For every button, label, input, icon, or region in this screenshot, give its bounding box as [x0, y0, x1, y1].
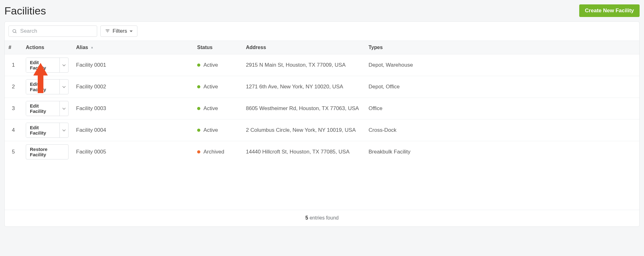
edit-facility-button[interactable]: Edit Facility — [26, 101, 59, 116]
chevron-down-icon — [63, 85, 66, 88]
search-input[interactable] — [19, 28, 94, 35]
table-row: 4Edit FacilityFacility 0004Active2 Colum… — [5, 120, 639, 141]
types-cell: Depot, Warehouse — [365, 54, 639, 76]
edit-facility-dropdown-toggle[interactable] — [59, 58, 68, 72]
status-dot-active-icon — [197, 85, 200, 88]
status-dot-active-icon — [197, 129, 200, 132]
types-cell: Depot, Office — [365, 76, 639, 98]
types-cell: Office — [365, 98, 639, 120]
address-cell: 8605 Westheimer Rd, Houston, TX 77063, U… — [242, 98, 365, 120]
chevron-down-icon — [63, 63, 66, 66]
status-dot-active-icon — [197, 64, 200, 67]
table-row: 3Edit FacilityFacility 0003Active8605 We… — [5, 98, 639, 120]
page-title: Facilities — [4, 5, 46, 17]
status-label: Active — [203, 127, 218, 133]
restore-facility-button[interactable]: Restore Facility — [26, 144, 69, 159]
alias-cell: Facility 0001 — [72, 54, 193, 76]
status-dot-active-icon — [197, 107, 200, 110]
row-number: 1 — [5, 54, 22, 76]
edit-facility-button[interactable]: Edit Facility — [26, 58, 59, 72]
address-cell: 1271 6th Ave, New York, NY 10020, USA — [242, 76, 365, 98]
edit-facility-dropdown-toggle[interactable] — [59, 101, 68, 116]
alias-cell: Facility 0003 — [72, 98, 193, 120]
alias-cell: Facility 0002 — [72, 76, 193, 98]
status-label: Archived — [203, 149, 224, 155]
column-header-num[interactable]: # — [5, 41, 22, 54]
filters-label: Filters — [113, 28, 127, 34]
row-number: 4 — [5, 120, 22, 141]
entries-suffix: entries found — [308, 215, 339, 220]
edit-facility-button[interactable]: Edit Facility — [26, 123, 59, 137]
column-header-types[interactable]: Types — [365, 41, 639, 54]
edit-facility-dropdown-toggle[interactable] — [59, 80, 68, 94]
status-dot-archived-icon — [197, 150, 200, 153]
filters-button[interactable]: Filters — [100, 25, 137, 37]
types-cell: Breakbulk Facility — [365, 141, 639, 163]
search-field-wrapper[interactable] — [8, 25, 97, 37]
column-header-status[interactable]: Status — [193, 41, 242, 54]
edit-facility-dropdown-toggle[interactable] — [59, 123, 68, 137]
address-cell: 14440 Hillcroft St, Houston, TX 77085, U… — [242, 141, 365, 163]
entries-count: 5 — [305, 215, 308, 220]
column-header-address[interactable]: Address — [242, 41, 365, 54]
column-header-actions: Actions — [22, 41, 72, 54]
row-number: 3 — [5, 98, 22, 120]
column-header-alias[interactable]: Alias ▲▼ — [72, 41, 193, 54]
table-row: 1Edit FacilityFacility 0001Active2915 N … — [5, 54, 639, 76]
facilities-table: # Actions Alias ▲▼ Status Address Types … — [5, 41, 639, 163]
status-label: Active — [203, 62, 218, 68]
status-label: Active — [203, 105, 218, 112]
facilities-panel: Filters # Actions Alias ▲▼ Status Addres… — [4, 21, 640, 227]
row-number: 2 — [5, 76, 22, 98]
filter-icon — [105, 29, 110, 34]
row-number: 5 — [5, 141, 22, 163]
create-new-facility-button[interactable]: Create New Facility — [579, 4, 640, 17]
entries-footer: 5 entries found — [5, 210, 639, 226]
chevron-down-icon — [63, 107, 66, 110]
svg-line-1 — [15, 32, 16, 33]
alias-cell: Facility 0004 — [72, 120, 193, 141]
caret-down-icon — [130, 31, 133, 32]
svg-point-0 — [13, 30, 16, 33]
address-cell: 2 Columbus Circle, New York, NY 10019, U… — [242, 120, 365, 141]
edit-facility-button[interactable]: Edit Facility — [26, 80, 59, 94]
column-header-alias-label: Alias — [76, 45, 88, 50]
alias-cell: Facility 0005 — [72, 141, 193, 163]
types-cell: Cross-Dock — [365, 120, 639, 141]
status-label: Active — [203, 84, 218, 90]
search-icon — [12, 28, 17, 34]
chevron-down-icon — [63, 128, 66, 131]
table-row: 2Edit FacilityFacility 0002Active1271 6t… — [5, 76, 639, 98]
address-cell: 2915 N Main St, Houston, TX 77009, USA — [242, 54, 365, 76]
table-row: 5Restore FacilityFacility 0005Archived14… — [5, 141, 639, 163]
